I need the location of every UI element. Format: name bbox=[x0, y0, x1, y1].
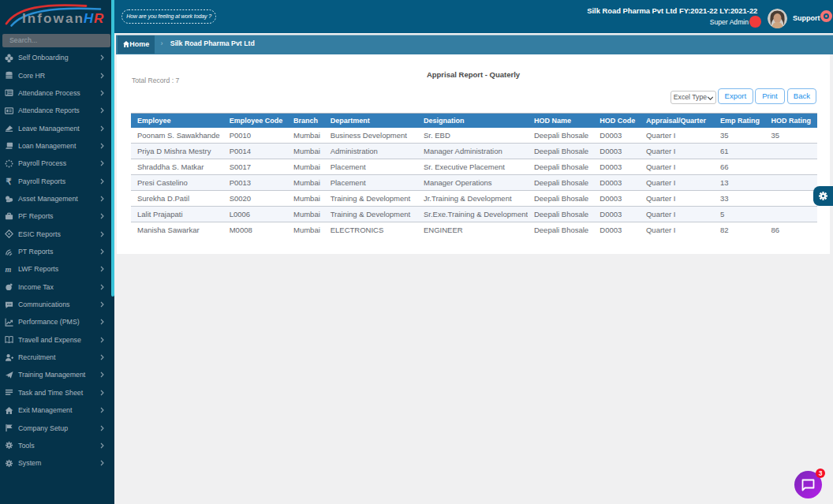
svg-text:m: m bbox=[5, 265, 11, 274]
svg-text:H: H bbox=[84, 11, 94, 26]
svg-text:₹: ₹ bbox=[6, 177, 11, 185]
svg-text:R: R bbox=[94, 11, 104, 26]
svg-text:Infowan: Infowan bbox=[22, 11, 84, 26]
